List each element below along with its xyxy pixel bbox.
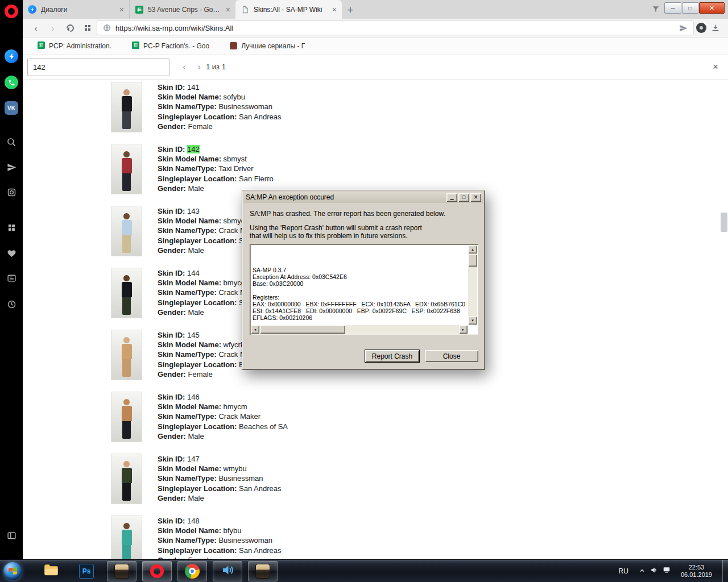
crash-dialog-titlebar[interactable]: SA:MP An exception occured [243, 192, 483, 203]
dialog-maximize-button[interactable] [458, 193, 469, 202]
send-to-flow-icon[interactable] [679, 24, 688, 32]
opera-menu-button[interactable] [5, 5, 18, 18]
skin-id-value: 143 [187, 207, 200, 215]
extension-button-icon[interactable] [696, 23, 706, 33]
tab-close-icon[interactable]: × [332, 6, 337, 14]
close-icon [474, 193, 478, 201]
skin-image [111, 268, 142, 318]
search-icon [6, 137, 16, 149]
gta-san-andreas-icon [255, 564, 270, 579]
show-desktop-button[interactable] [722, 560, 728, 582]
scroll-down-icon[interactable] [468, 316, 477, 325]
dialog-minimize-button[interactable] [446, 193, 457, 202]
crash-report-box[interactable]: SA-MP 0.3.7Exception At Address: 0x03C54… [250, 244, 478, 335]
skin-image [111, 82, 142, 132]
taskbar-chrome-button[interactable] [177, 561, 207, 581]
window-minimize-button[interactable] [664, 2, 681, 14]
dialog-close-button[interactable] [470, 193, 481, 202]
skin-id-label: Skin ID: [158, 331, 185, 339]
search-tabs-icon[interactable] [652, 5, 660, 15]
taskbar-photoshop-button[interactable]: Ps [72, 561, 101, 581]
taskbar-gta-button[interactable] [107, 561, 136, 581]
tab-google-docs[interactable]: 53 Avenue Crips - Google ... × [129, 0, 235, 19]
find-previous-button[interactable]: ‹ [177, 60, 191, 74]
scroll-up-icon[interactable] [468, 245, 477, 253]
tab-close-icon[interactable]: × [119, 6, 124, 14]
skin-model-label: Skin Model Name: [158, 340, 221, 349]
my-flow-sidebar-button[interactable] [5, 161, 18, 175]
crash-report-line: Base: 0x03C20000 [253, 280, 466, 287]
speed-dial-button[interactable] [80, 20, 94, 35]
skin-location-label: Singleplayer Location: [158, 360, 237, 369]
forward-button[interactable]: › [46, 20, 60, 35]
skin-type-value: Businesswoman [218, 102, 272, 111]
find-close-icon[interactable]: × [709, 60, 722, 74]
bookmarks-sidebar-button[interactable] [5, 247, 18, 261]
taskbar-opera-button[interactable] [142, 561, 172, 581]
skin-id-label: Skin ID: [158, 393, 185, 401]
personal-news-sidebar-button[interactable] [5, 272, 18, 286]
search-sidebar-button[interactable] [5, 136, 18, 150]
scroll-right-icon[interactable] [459, 325, 468, 334]
skin-entry: Skin ID: 142 Skin Model Name: sbmyst Ski… [111, 144, 728, 194]
whatsapp-sidebar-button[interactable] [5, 76, 18, 89]
vertical-scrollbar-thumb[interactable] [468, 254, 477, 267]
skin-type-value: Crack Maker [218, 412, 260, 421]
tab-close-icon[interactable]: × [226, 6, 230, 14]
tab-samp-wiki[interactable]: Skins:All - SA-MP Wiki × [235, 0, 342, 19]
skin-gender-label: Gender: [158, 184, 186, 193]
downloads-icon[interactable] [711, 23, 720, 32]
skin-figure [122, 399, 132, 442]
language-indicator[interactable]: RU [619, 567, 628, 575]
new-tab-button[interactable]: + [342, 2, 359, 19]
screen: VK Диалоги × 53 Avenue Crips - Google ..… [0, 0, 728, 582]
vertical-scrollbar[interactable] [468, 245, 477, 325]
skin-id-value: 145 [187, 331, 200, 339]
find-input[interactable] [27, 59, 169, 76]
bookmark-pcp-factions[interactable]: PC-P Faction's. - Goo [132, 41, 209, 51]
taskbar-explorer-button[interactable] [36, 561, 66, 581]
find-result-count: 1 из 1 [206, 63, 226, 71]
bookmark-pcp-administration[interactable]: PCP: Administration. [38, 41, 111, 51]
taskbar-gta-button-2[interactable] [248, 561, 278, 581]
sidebar-setup-button[interactable] [5, 530, 18, 543]
messenger-sidebar-button[interactable] [5, 49, 18, 63]
skin-model-value: bfybu [224, 526, 242, 535]
report-crash-button[interactable]: Report Crash [365, 350, 420, 363]
clock-icon [7, 300, 16, 311]
url-field[interactable]: https://wiki.sa-mp.com/wiki/Skins:All [97, 20, 694, 35]
taskbar-volume-mixer-button[interactable] [213, 561, 242, 581]
crash-report-line: Registers: [253, 294, 466, 301]
window-close-button[interactable] [699, 2, 725, 14]
taskbar-clock[interactable]: 22:53 06.01.2019 [681, 564, 712, 579]
speed-dial-sidebar-button[interactable] [5, 222, 18, 235]
history-sidebar-button[interactable] [5, 298, 18, 312]
page-scrollbar-thumb[interactable] [721, 213, 727, 232]
horizontal-scrollbar-thumb[interactable] [260, 325, 345, 334]
vk-sidebar-button[interactable]: VK [5, 101, 18, 115]
show-hidden-icons[interactable] [639, 566, 646, 576]
skin-entry: Skin ID: 146 Skin Model Name: hmycm Skin… [111, 392, 728, 442]
crash-instruction-line: Using the 'Report Crash' button will sub… [250, 224, 485, 232]
find-bar: ‹ › 1 из 1 × [23, 55, 728, 80]
scroll-left-icon[interactable] [251, 325, 259, 334]
horizontal-scrollbar[interactable] [251, 325, 468, 334]
tab-title: 53 Avenue Crips - Google ... [148, 6, 221, 14]
window-maximize-button[interactable] [682, 2, 698, 14]
close-button[interactable]: Close [424, 350, 479, 363]
back-button[interactable]: ‹ [28, 20, 43, 35]
find-next-button[interactable]: › [192, 60, 206, 74]
minimize-icon [450, 195, 453, 200]
skin-figure [122, 337, 132, 380]
instagram-sidebar-button[interactable] [5, 186, 18, 200]
bookmark-series[interactable]: Лучшие сериалы - Г [230, 42, 305, 50]
start-button[interactable] [3, 562, 22, 580]
sheets-favicon-icon [132, 41, 139, 51]
reload-button[interactable] [63, 20, 77, 35]
opera-logo-icon [5, 5, 18, 18]
tab-dialogs[interactable]: Диалоги × [23, 0, 129, 19]
crash-instructions: Using the 'Report Crash' button will sub… [250, 224, 485, 240]
tray-volume-icon[interactable] [650, 566, 658, 576]
skin-figure [122, 89, 132, 132]
tray-network-icon[interactable] [663, 566, 671, 576]
